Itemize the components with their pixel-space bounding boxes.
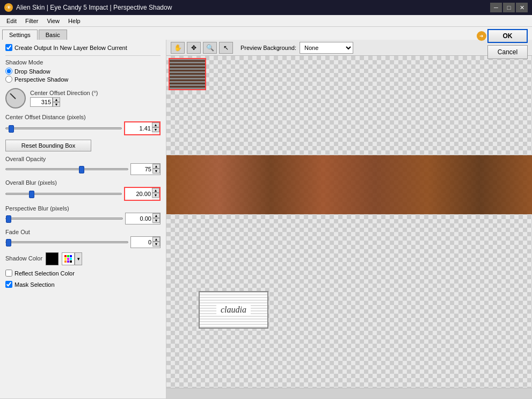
hand-tool-button[interactable]: ✋	[171, 42, 185, 54]
close-button[interactable]: ✕	[516, 3, 528, 12]
opacity-slider[interactable]	[5, 168, 128, 170]
perspective-blur-down[interactable]: ▼	[152, 218, 160, 223]
color-grid-button[interactable]	[62, 252, 75, 265]
color-dropdown-arrow[interactable]: ▼	[75, 252, 82, 265]
offset-distance-row: Center Offset Distance (pixels) ▲ ▼	[5, 114, 161, 135]
minimize-button[interactable]: ─	[490, 3, 502, 12]
mask-selection-row: Mask Selection	[5, 281, 161, 288]
ok-cancel-area: ➜ OK Cancel	[487, 29, 528, 59]
perspective-blur-label: Perspective Blur (pixels)	[5, 205, 161, 212]
menu-filter[interactable]: Filter	[21, 17, 42, 25]
blur-slider[interactable]	[5, 193, 122, 195]
preview-bg-label: Preview Background:	[241, 45, 296, 51]
direction-input[interactable]	[30, 97, 53, 107]
offset-distance-input[interactable]	[125, 122, 152, 134]
tab-settings[interactable]: Settings	[2, 30, 38, 40]
shadow-color-label: Shadow Color	[5, 255, 42, 262]
direction-dial[interactable]	[5, 88, 26, 108]
left-panel: Create Output In New Layer Below Current…	[0, 40, 166, 398]
shadow-mode-group: Drop Shadow Perspective Shadow	[5, 68, 161, 83]
preview-bg-select[interactable]: None White Black Checkered	[300, 42, 353, 54]
main-layout: Create Output In New Layer Below Current…	[0, 40, 532, 398]
checker-background	[166, 56, 532, 398]
perspective-blur-input[interactable]	[126, 213, 152, 224]
color-swatch[interactable]	[46, 252, 59, 265]
offset-distance-slider[interactable]	[5, 127, 122, 129]
claudia-text: claudia	[216, 304, 251, 315]
direction-down[interactable]: ▼	[53, 102, 60, 107]
opacity-row: Overall Opacity ▲ ▼	[5, 156, 161, 175]
fade-out-down[interactable]: ▼	[152, 242, 160, 246]
direction-row: Center Offset Direction (°) ▲ ▼	[5, 88, 161, 108]
preview-bg-row: Preview Background: None White Black Che…	[241, 42, 353, 54]
offset-distance-label: Center Offset Distance (pixels)	[5, 114, 161, 120]
window-title: Alien Skin | Eye Candy 5 Impact | Perspe…	[16, 4, 172, 11]
preview-toolbar: ✋ ✥ 🔍 ↖ Preview Background: None White B…	[166, 40, 532, 56]
blur-up[interactable]: ▲	[152, 188, 159, 193]
opacity-input-wrapper: ▲ ▼	[130, 163, 161, 175]
blur-row: Overall Blur (pixels) ▲ ▼	[5, 179, 161, 201]
cancel-button[interactable]: Cancel	[487, 45, 528, 59]
shadow-stripe	[166, 155, 532, 214]
zoom-tool-button[interactable]: 🔍	[203, 42, 217, 54]
reflect-color-row: Reflect Selection Color	[5, 270, 161, 277]
fade-out-slider[interactable]	[5, 241, 128, 243]
blur-down[interactable]: ▼	[152, 193, 159, 198]
right-panel: ✋ ✥ 🔍 ↖ Preview Background: None White B…	[166, 40, 532, 398]
pointer-tool-button[interactable]: ↖	[219, 42, 233, 54]
menu-bar: Edit Filter View Help	[0, 15, 532, 27]
claudia-image: claudia	[199, 291, 268, 329]
mask-selection-label: Mask Selection	[14, 281, 55, 288]
create-output-label: Create Output In New Layer Below Current	[14, 45, 127, 51]
maximize-button[interactable]: □	[503, 3, 515, 12]
fade-out-label: Fade Out	[5, 229, 161, 235]
shadow-mode-label: Shadow Mode	[5, 59, 161, 66]
opacity-input[interactable]	[131, 164, 152, 175]
perspective-blur-up[interactable]: ▲	[152, 213, 160, 218]
radio-drop-shadow[interactable]	[5, 68, 12, 75]
reflect-color-checkbox[interactable]	[5, 270, 12, 277]
reflect-color-label: Reflect Selection Color	[14, 270, 75, 277]
offset-distance-down[interactable]: ▼	[152, 127, 159, 132]
blur-label: Overall Blur (pixels)	[5, 179, 161, 186]
opacity-down[interactable]: ▼	[152, 169, 160, 173]
ok-arrow-icon: ➜	[477, 31, 486, 41]
app-icon: 👁	[4, 3, 13, 12]
direction-up[interactable]: ▲	[53, 97, 60, 102]
ok-button[interactable]: OK	[487, 29, 528, 43]
title-bar: 👁 Alien Skin | Eye Candy 5 Impact | Pers…	[0, 0, 532, 15]
create-output-checkbox[interactable]	[5, 44, 12, 51]
perspective-shadow-label: Perspective Shadow	[14, 76, 68, 83]
tabs-bar: Settings Basic	[0, 27, 532, 40]
opacity-label: Overall Opacity	[5, 156, 161, 162]
blur-input-wrapper: ▲ ▼	[124, 187, 161, 201]
drop-shadow-label: Drop Shadow	[14, 68, 50, 75]
shadow-color-row: Shadow Color ▼	[5, 252, 161, 265]
perspective-blur-input-wrapper: ▲ ▼	[125, 213, 161, 224]
fade-out-input-wrapper: ▲ ▼	[130, 236, 161, 248]
preview-canvas: claudia	[166, 56, 532, 398]
perspective-blur-slider[interactable]	[5, 217, 123, 220]
menu-help[interactable]: Help	[64, 17, 85, 25]
fade-out-input[interactable]	[131, 237, 152, 248]
move-tool-button[interactable]: ✥	[187, 42, 201, 54]
offset-distance-up[interactable]: ▲	[152, 122, 159, 127]
opacity-up[interactable]: ▲	[152, 164, 160, 169]
blur-input[interactable]	[125, 188, 152, 200]
create-output-row: Create Output In New Layer Below Current	[5, 44, 161, 51]
preview-scroll-bottom[interactable]	[166, 388, 532, 398]
offset-distance-input-wrapper: ▲ ▼	[124, 121, 161, 135]
direction-label: Center Offset Direction (°)	[30, 90, 98, 96]
menu-edit[interactable]: Edit	[2, 17, 21, 25]
reset-bounding-box-button[interactable]: Reset Bounding Box	[5, 140, 91, 151]
menu-view[interactable]: View	[42, 17, 64, 25]
fade-out-row: Fade Out ▲ ▼	[5, 229, 161, 248]
perspective-blur-row: Perspective Blur (pixels) ▲ ▼	[5, 205, 161, 224]
radio-perspective-shadow[interactable]	[5, 76, 12, 83]
preview-thumbnail	[169, 58, 206, 90]
tab-basic[interactable]: Basic	[39, 30, 67, 40]
fade-out-up[interactable]: ▲	[152, 237, 160, 242]
mask-selection-checkbox[interactable]	[5, 281, 12, 288]
